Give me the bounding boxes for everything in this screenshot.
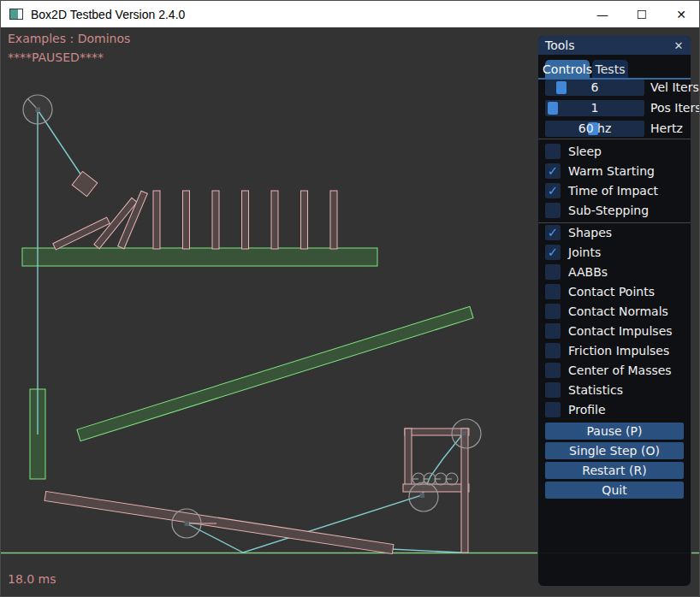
checkbox-row-contact-impulses[interactable]: ✓ Contact Impulses <box>545 323 691 339</box>
domino-platform <box>22 248 377 266</box>
domino[interactable] <box>330 191 337 249</box>
checkbox-row-joints[interactable]: ✓ Joints <box>545 245 691 260</box>
checkbox-row-contact-normals[interactable]: ✓ Contact Normals <box>545 304 691 319</box>
checkbox-row-profile[interactable]: ✓ Profile <box>545 402 691 417</box>
checkbox-label: AABBs <box>568 264 608 280</box>
checkbox-row-friction-impulses[interactable]: ✓ Friction Impulses <box>545 343 691 358</box>
checkbox-label: Warm Starting <box>568 163 655 179</box>
separator <box>538 139 691 139</box>
vel-iters-slider[interactable]: 6 <box>545 80 644 96</box>
checkbox[interactable]: ✓ <box>545 264 561 280</box>
tools-panel-titlebar[interactable]: Tools ✕ <box>538 36 691 55</box>
checkbox-label: Statistics <box>568 382 623 398</box>
slider-row-vel-iters: 6 Vel Iters <box>545 80 691 96</box>
checkbox[interactable]: ✓ <box>545 284 561 299</box>
checkbox[interactable]: ✓ <box>545 144 561 159</box>
joint-anchor <box>462 431 467 436</box>
checkbox[interactable]: ✓ <box>545 183 561 198</box>
pos-iters-label: Pos Iters <box>650 100 700 116</box>
vel-iters-label: Vel Iters <box>650 80 699 96</box>
joint-anchor <box>36 108 41 113</box>
quit-button[interactable]: Quit <box>545 482 684 499</box>
window-titlebar[interactable]: Box2D Testbed Version 2.4.0 — ☐ ✕ <box>1 1 700 27</box>
checkbox-row-sleep[interactable]: ✓ Sleep <box>545 144 691 159</box>
checkbox-row-statistics[interactable]: ✓ Statistics <box>545 382 691 398</box>
frame-time-label: 18.0 ms <box>8 572 56 586</box>
checkbox-row-shapes[interactable]: ✓ Shapes <box>545 225 691 240</box>
window-title: Box2D Testbed Version 2.4.0 <box>31 8 185 21</box>
checkbox[interactable]: ✓ <box>545 343 561 358</box>
diagonal-green-plank <box>77 306 473 440</box>
domino[interactable] <box>242 191 249 249</box>
domino[interactable] <box>301 191 308 249</box>
panel-close-icon[interactable]: ✕ <box>671 38 686 53</box>
checkbox-label: Contact Normals <box>568 304 668 319</box>
checkmark-icon: ✓ <box>548 225 559 240</box>
tab-tests[interactable]: Tests <box>592 60 628 78</box>
tools-panel: Tools ✕ Controls Tests 6 Vel Iters 1 Pos… <box>537 35 691 587</box>
checkbox-row-sub-stepping[interactable]: ✓ Sub-Stepping <box>545 203 691 218</box>
checkbox-label: Time of Impact <box>568 183 658 198</box>
checkbox[interactable]: ✓ <box>545 323 561 339</box>
joint-anchor <box>185 522 190 527</box>
checkbox-label: Sleep <box>568 144 602 159</box>
tools-panel-title: Tools <box>545 38 575 52</box>
minimize-button[interactable]: — <box>583 1 622 27</box>
close-button[interactable]: ✕ <box>661 1 700 27</box>
paused-label: ****PAUSED**** <box>8 50 104 64</box>
checkbox-row-center-of-masses[interactable]: ✓ Center of Masses <box>545 363 691 378</box>
checkbox-row-warm-starting[interactable]: ✓ Warm Starting <box>545 163 691 179</box>
checkbox-label: Friction Impulses <box>568 343 669 358</box>
tab-controls[interactable]: Controls <box>545 60 590 78</box>
checkbox-row-time-of-impact[interactable]: ✓ Time of Impact <box>545 183 691 198</box>
pendulum-bob[interactable] <box>72 171 98 196</box>
checkbox[interactable]: ✓ <box>545 363 561 378</box>
pause-button[interactable]: Pause (P) <box>545 423 684 440</box>
single-step-button[interactable]: Single Step (O) <box>545 442 684 459</box>
restart-button[interactable]: Restart (R) <box>545 462 684 479</box>
checkbox-label: Joints <box>568 245 601 260</box>
domino[interactable] <box>183 191 190 249</box>
hertz-slider[interactable]: 60 hz <box>545 121 644 137</box>
checkbox[interactable]: ✓ <box>545 245 561 260</box>
checkbox[interactable]: ✓ <box>545 304 561 319</box>
domino[interactable] <box>271 191 278 249</box>
maximize-button[interactable]: ☐ <box>622 1 661 27</box>
checkbox-row-contact-points[interactable]: ✓ Contact Points <box>545 284 691 299</box>
checkbox-label: Center of Masses <box>568 363 672 378</box>
checkmark-icon: ✓ <box>548 245 559 260</box>
checkbox-label: Contact Impulses <box>568 323 673 339</box>
slider-row-pos-iters: 1 Pos Iters <box>545 100 691 116</box>
hertz-label: Hertz <box>650 121 683 137</box>
pos-iters-value: 1 <box>545 100 644 116</box>
checkbox-label: Contact Points <box>568 284 655 299</box>
checkbox[interactable]: ✓ <box>545 382 561 398</box>
box2d-testbed-window: { "window": { "title": "Box2D Testbed Ve… <box>0 0 700 597</box>
checkbox[interactable]: ✓ <box>545 163 561 179</box>
seesaw-plank[interactable] <box>44 491 394 553</box>
example-label: Examples : Dominos <box>8 32 130 45</box>
joint-anchor <box>420 494 425 499</box>
checkbox-label: Sub-Stepping <box>568 203 649 218</box>
slider-row-hertz: 60 hz Hertz <box>545 121 691 137</box>
app-icon <box>9 9 23 20</box>
separator <box>538 222 691 223</box>
hertz-value: 60 hz <box>545 121 644 137</box>
pos-iters-slider[interactable]: 1 <box>545 100 644 116</box>
domino[interactable] <box>153 191 160 249</box>
checkbox-row-aabbs[interactable]: ✓ AABBs <box>545 264 691 280</box>
vel-iters-value: 6 <box>545 80 644 96</box>
frame-left-post[interactable] <box>405 429 412 490</box>
checkbox-label: Shapes <box>568 225 612 240</box>
joint-ground-link <box>391 549 461 553</box>
domino[interactable] <box>212 191 219 249</box>
checkbox[interactable]: ✓ <box>545 203 561 218</box>
checkbox[interactable]: ✓ <box>545 225 561 240</box>
checkmark-icon: ✓ <box>548 183 559 198</box>
checkbox-label: Profile <box>568 402 606 417</box>
checkmark-icon: ✓ <box>548 163 559 179</box>
checkbox[interactable]: ✓ <box>545 402 561 417</box>
